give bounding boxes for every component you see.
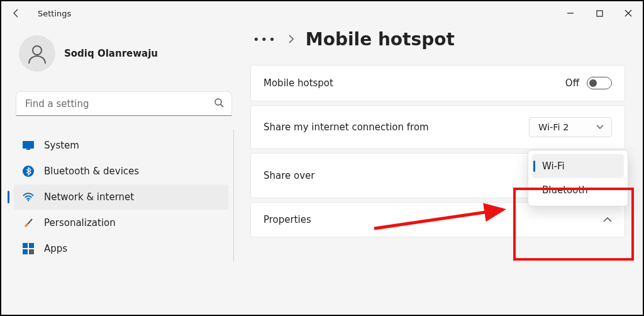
sidebar-item-personalization[interactable]: Personalization xyxy=(14,210,228,235)
minimize-icon xyxy=(567,9,574,17)
sidebar-item-apps[interactable]: Apps xyxy=(14,236,228,261)
sidebar-item-network[interactable]: Network & internet xyxy=(14,184,228,210)
paintbrush-icon xyxy=(23,217,34,229)
sidebar-item-label: Bluetooth & devices xyxy=(44,166,139,177)
sidebar-item-label: System xyxy=(44,140,79,151)
close-icon xyxy=(625,9,632,17)
display-icon xyxy=(23,140,34,151)
sidebar-item-label: Apps xyxy=(44,243,67,254)
share-from-value: Wi-Fi 2 xyxy=(538,122,569,132)
svg-point-2 xyxy=(33,46,42,55)
svg-rect-6 xyxy=(26,149,30,150)
hotspot-toggle-card: Mobile hotspot Off xyxy=(250,65,625,101)
properties-label: Properties xyxy=(264,214,311,225)
svg-rect-13 xyxy=(29,249,34,254)
sidebar-item-label: Personalization xyxy=(44,217,116,229)
sidebar-item-system[interactable]: System xyxy=(14,133,228,158)
svg-point-8 xyxy=(28,200,29,201)
svg-rect-11 xyxy=(29,243,34,248)
close-button[interactable] xyxy=(614,4,643,23)
hotspot-label: Mobile hotspot xyxy=(264,77,333,89)
svg-point-3 xyxy=(215,99,221,105)
selection-indicator xyxy=(8,191,9,203)
user-icon xyxy=(26,43,48,64)
hotspot-state-text: Off xyxy=(565,77,579,89)
share-from-card: Share my internet connection from Wi-Fi … xyxy=(250,105,625,149)
avatar xyxy=(19,35,55,72)
minimize-button[interactable] xyxy=(556,4,585,23)
share-over-card: Share over Wi-Fi Bluetooth xyxy=(250,153,625,198)
apps-icon xyxy=(23,243,34,254)
share-from-select[interactable]: Wi-Fi 2 xyxy=(529,117,612,137)
back-button[interactable] xyxy=(6,3,26,23)
breadcrumb: ••• Mobile hotspot xyxy=(250,25,625,65)
chevron-up-icon xyxy=(603,217,612,223)
bluetooth-icon xyxy=(23,166,34,177)
share-over-option-bluetooth[interactable]: Bluetooth xyxy=(532,178,624,202)
svg-rect-10 xyxy=(23,243,28,248)
window-title: Settings xyxy=(38,9,71,18)
share-over-dropdown: Wi-Fi Bluetooth xyxy=(528,150,628,206)
chevron-down-icon xyxy=(596,125,604,130)
page-title: Mobile hotspot xyxy=(306,29,455,50)
arrow-left-icon xyxy=(11,8,21,18)
profile-block[interactable]: Sodiq Olanrewaju xyxy=(14,33,242,81)
svg-line-9 xyxy=(28,219,32,224)
maximize-button[interactable] xyxy=(585,4,614,23)
share-over-label: Share over xyxy=(264,170,315,181)
breadcrumb-more-button[interactable]: ••• xyxy=(253,33,277,46)
chevron-right-icon xyxy=(288,33,294,46)
svg-rect-1 xyxy=(597,11,602,16)
sidebar-item-label: Network & internet xyxy=(44,191,134,203)
maximize-icon xyxy=(596,10,603,17)
svg-rect-5 xyxy=(23,141,34,149)
share-from-label: Share my internet connection from xyxy=(264,121,429,133)
svg-rect-12 xyxy=(23,249,28,254)
hotspot-toggle[interactable] xyxy=(587,77,612,89)
wifi-icon xyxy=(23,191,34,203)
share-over-option-wifi[interactable]: Wi-Fi xyxy=(532,154,624,178)
search-icon xyxy=(214,98,224,110)
svg-line-4 xyxy=(221,104,223,107)
search-input[interactable] xyxy=(16,92,231,116)
profile-name: Sodiq Olanrewaju xyxy=(64,48,158,59)
properties-card[interactable]: Properties xyxy=(250,202,625,237)
sidebar-item-bluetooth[interactable]: Bluetooth & devices xyxy=(14,159,228,184)
